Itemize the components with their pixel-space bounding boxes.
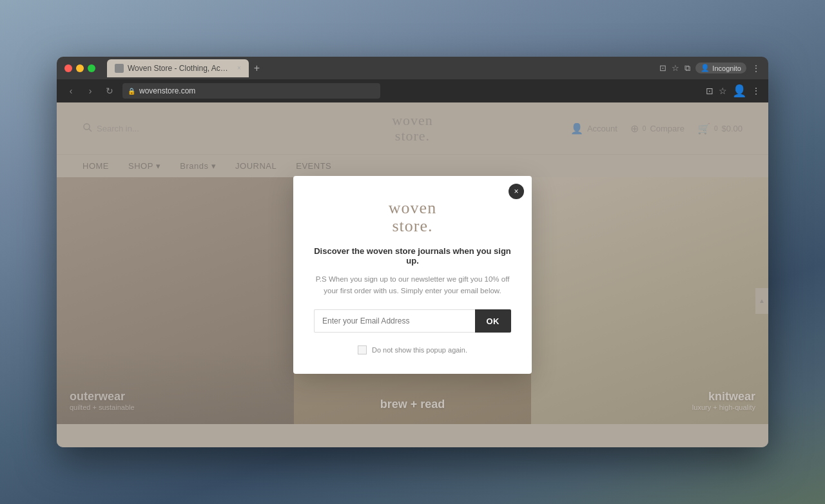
website-content: Search in... woven store. 👤 Account ⊕ 0 … <box>57 102 768 447</box>
browser-tabs: Woven Store - Clothing, Acce... × + <box>107 59 654 77</box>
profile-icon[interactable]: 👤 <box>732 84 746 98</box>
browser-extensions: ⊡ ☆ ⧉ 👤 Incognito ⋮ <box>659 63 761 73</box>
modal-logo-line1: woven <box>314 199 511 218</box>
reload-button[interactable]: ↻ <box>103 86 116 96</box>
lock-icon: 🔒 <box>128 88 135 95</box>
email-input[interactable] <box>314 309 475 333</box>
browser-menu-icon[interactable]: ⋮ <box>752 63 761 73</box>
modal-headline: Discover the woven store journals when y… <box>314 246 511 266</box>
address-bar[interactable]: 🔒 wovenstore.com <box>122 83 380 99</box>
no-popup-label: Do not show this popup again. <box>372 346 467 354</box>
browser-chrome: Woven Store - Clothing, Acce... × + ⊡ ☆ … <box>57 57 768 79</box>
star-icon[interactable]: ☆ <box>672 63 679 73</box>
incognito-badge: 👤 Incognito <box>695 63 746 73</box>
more-options-icon[interactable]: ⋮ <box>752 86 761 96</box>
tab-title: Woven Store - Clothing, Acce... <box>128 64 231 73</box>
new-tab-button[interactable]: + <box>250 63 264 74</box>
modal-email-row: OK <box>314 309 511 333</box>
tab-options-icon[interactable]: ⧉ <box>684 63 690 73</box>
modal-overlay: × woven store. Discover the woven store … <box>57 102 768 447</box>
browser-window: Woven Store - Clothing, Acce... × + ⊡ ☆ … <box>57 57 768 447</box>
modal-checkbox-row: Do not show this popup again. <box>314 345 511 354</box>
ok-button[interactable]: OK <box>475 309 512 333</box>
tab-close-button[interactable]: × <box>237 64 241 72</box>
back-button[interactable]: ‹ <box>64 86 77 96</box>
desktop: Woven Store - Clothing, Acce... × + ⊡ ☆ … <box>0 0 825 504</box>
modal-logo: woven store. <box>314 199 511 236</box>
close-icon: × <box>514 187 518 196</box>
incognito-label: Incognito <box>712 64 741 72</box>
browser-addressbar: ‹ › ↻ 🔒 wovenstore.com ⊡ ☆ 👤 ⋮ <box>57 79 768 102</box>
modal-logo-line2: store. <box>314 217 511 236</box>
modal-close-button[interactable]: × <box>509 184 524 199</box>
minimize-window-button[interactable] <box>76 64 84 72</box>
forward-button[interactable]: › <box>84 86 97 96</box>
traffic-lights <box>64 64 95 72</box>
newsletter-modal: × woven store. Discover the woven store … <box>293 176 532 374</box>
incognito-icon: 👤 <box>701 64 710 72</box>
no-popup-checkbox[interactable] <box>358 345 367 354</box>
maximize-window-button[interactable] <box>88 64 95 72</box>
address-text: wovenstore.com <box>139 86 195 95</box>
browser-actions: ⊡ ☆ 👤 ⋮ <box>706 84 761 98</box>
modal-body-text: P.S When you sign up to our newsletter w… <box>314 273 511 297</box>
tab-favicon <box>115 64 124 73</box>
cast-icon: ⊡ <box>659 63 666 73</box>
close-window-button[interactable] <box>64 64 72 72</box>
bookmark-icon[interactable]: ☆ <box>719 86 727 96</box>
active-tab[interactable]: Woven Store - Clothing, Acce... × <box>107 59 249 77</box>
cast-icon[interactable]: ⊡ <box>706 86 713 96</box>
